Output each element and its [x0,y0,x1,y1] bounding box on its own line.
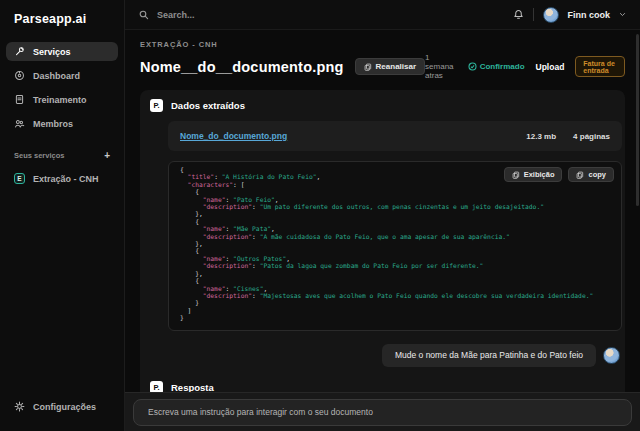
sidebar-item-label: Configurações [33,402,96,412]
sidebar-item-configuracoes[interactable]: Configurações [6,397,118,416]
search-input[interactable] [157,10,377,20]
document-icon [14,94,25,105]
search-icon [139,10,149,20]
extracted-section-header: P. Dados extraídos [150,99,622,112]
section-title: Resposta [171,382,214,393]
page-head: EXTRAÇÃO - CNH Nome__do__documento.png R… [125,30,640,80]
breadcrumb: EXTRAÇÃO - CNH [140,40,625,49]
sidebar-item-label: Treinamento [33,95,87,105]
sidebar-spacer [6,193,118,397]
view-button[interactable]: Exibição [504,167,563,182]
main-area: Finn cook EXTRAÇÃO - CNH Nome__do__docum… [125,0,640,431]
status-badge: Confirmado [468,62,525,71]
check-circle-icon [468,62,477,71]
user-chat-bubble: Mude o nome da Mãe para Patinha e do Pat… [382,344,596,367]
instruction-input[interactable] [133,399,632,426]
service-label: Extração - CNH [33,174,99,184]
parseapp-logo-icon: P. [150,99,163,112]
sidebar-item-treinamento[interactable]: Treinamento [6,90,118,109]
document-meta: 1 semana atras Confirmado Upload Fatura … [425,53,625,80]
upload-button[interactable]: Upload [536,62,565,72]
copy-icon [512,171,520,179]
code-actions: Exibição copy [504,167,614,182]
notification-bell-icon[interactable] [513,9,524,20]
app-logo: Parseapp.ai [6,10,118,42]
topbar: Finn cook [125,0,640,30]
topbar-divider [533,8,534,21]
page-title: Nome__do__documento.png [140,59,344,75]
file-size: 12.3 mb [526,132,556,141]
sidebar-item-label: Membros [33,119,73,129]
extracted-code-card: Exibição copy { "title": "A História do … [168,161,622,331]
chat-message-row: Mude o nome da Mãe para Patinha e do Pat… [150,344,620,367]
add-service-button[interactable]: + [104,152,110,160]
sidebar-item-extracao-cnh[interactable]: E Extração - CNH [6,169,118,188]
sidebar-item-label: Serviços [33,47,71,57]
timestamp: 1 semana atras [425,53,457,80]
sidebar: Parseapp.ai Serviços Dashboard Treinamen… [0,0,125,431]
sidebar-item-servicos[interactable]: Serviços [6,42,118,61]
sidebar-item-membros[interactable]: Membros [6,114,118,133]
user-avatar[interactable] [543,7,559,23]
copy-button[interactable]: copy [568,167,614,182]
section-title: Dados extraídos [171,100,245,111]
reanalyze-button[interactable]: Reanalisar [355,58,425,75]
scrollbar-thumb[interactable] [636,34,639,206]
document-panel: P. Dados extraídos Nome_do_documento.png… [140,90,625,431]
invoice-type-badge: Fatura de entrada [575,56,625,77]
sidebar-item-label: Dashboard [33,71,80,81]
copy-icon [576,171,584,179]
user-name[interactable]: Finn cook [568,10,611,20]
wrench-icon [14,46,25,57]
composer-bar [125,392,640,431]
page-content: EXTRAÇÃO - CNH Nome__do__documento.png R… [125,30,640,431]
chevron-down-icon[interactable] [619,11,626,18]
file-row: Nome_do_documento.png 12.3 mb 4 páginas [168,121,622,151]
service-badge: E [14,173,25,184]
app-root: Parseapp.ai Serviços Dashboard Treinamen… [0,0,640,431]
members-icon [14,118,25,129]
dashboard-icon [14,70,25,81]
topbar-right: Finn cook [513,7,627,23]
services-section-label: Seus serviços [14,151,64,160]
sidebar-item-dashboard[interactable]: Dashboard [6,66,118,85]
file-pages: 4 páginas [573,132,610,141]
file-link[interactable]: Nome_do_documento.png [180,131,287,141]
services-section-header: Seus serviços + [6,138,118,169]
user-avatar [603,347,620,364]
copy-icon [364,63,372,71]
extracted-json-code: { "title": "A História do Pato Feio", "c… [180,166,613,322]
gear-icon [14,401,25,412]
